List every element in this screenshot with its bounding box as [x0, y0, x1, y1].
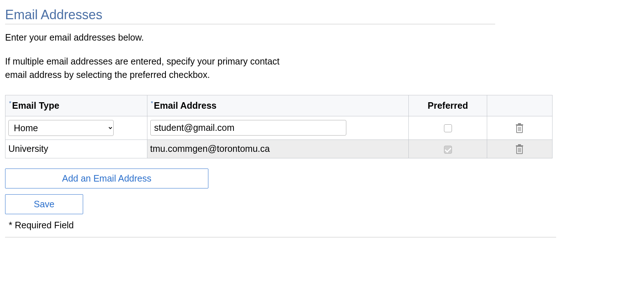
table-row: University tmu.commgen@torontomu.ca: [5, 140, 553, 158]
page-title: Email Addresses: [5, 7, 639, 22]
svg-rect-4: [516, 124, 523, 125]
svg-rect-10: [516, 145, 523, 146]
required-star-icon: *: [151, 100, 153, 107]
header-actions: [487, 95, 552, 116]
required-star-icon: *: [9, 100, 11, 107]
header-email-type-label: Email Type: [12, 100, 59, 111]
svg-rect-11: [518, 144, 521, 145]
svg-rect-5: [518, 123, 521, 124]
add-email-button[interactable]: Add an Email Address: [5, 169, 208, 188]
instruction-line-1: Enter your email addresses below.: [5, 31, 295, 45]
table-row: Home: [5, 116, 553, 140]
bottom-divider: [5, 237, 556, 237]
preferred-checkbox-disabled: [444, 146, 452, 154]
title-divider: [5, 24, 495, 24]
email-type-readonly: University: [5, 140, 147, 158]
trash-icon[interactable]: [515, 123, 524, 133]
instructions: Enter your email addresses below. If mul…: [5, 31, 295, 82]
header-preferred: Preferred: [409, 95, 487, 116]
table-header-row: *Email Type *Email Address Preferred: [5, 95, 553, 116]
email-type-select[interactable]: Home: [8, 120, 114, 136]
save-button[interactable]: Save: [5, 194, 83, 214]
instruction-line-2: If multiple email addresses are entered,…: [5, 55, 295, 82]
preferred-checkbox[interactable]: [444, 124, 452, 132]
email-address-readonly: tmu.commgen@torontomu.ca: [147, 140, 409, 158]
email-table: *Email Type *Email Address Preferred Hom…: [5, 95, 553, 158]
header-email-address: *Email Address: [147, 95, 409, 116]
trash-icon[interactable]: [515, 144, 524, 154]
required-field-note: * Required Field: [9, 220, 639, 230]
header-email-type: *Email Type: [5, 95, 147, 116]
header-email-address-label: Email Address: [154, 100, 217, 111]
email-address-input[interactable]: [150, 120, 346, 136]
